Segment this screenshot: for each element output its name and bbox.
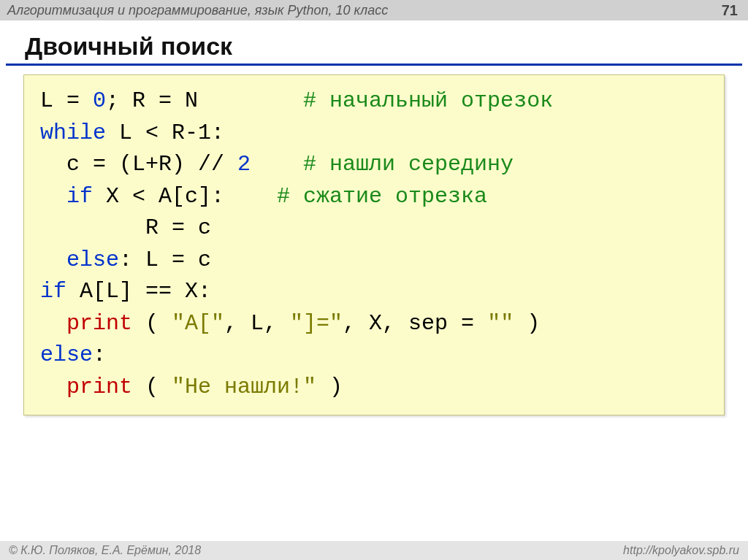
code-string: "Не нашли!" <box>172 375 316 399</box>
code-text: , L, <box>224 311 290 336</box>
code-text <box>40 375 66 399</box>
code-box: L = 0; R = N # начальный отрезок while L… <box>23 74 725 415</box>
code-string: "A[" <box>172 311 224 336</box>
code-comment: # начальный отрезок <box>303 88 553 113</box>
code-text: X < A[c]: <box>93 184 277 209</box>
code-comment: # сжатие отрезка <box>277 184 487 209</box>
code-text: c = (L+R) // <box>40 152 237 177</box>
code-text: A[L] == X: <box>66 279 211 304</box>
code-text: : L = c <box>119 248 211 272</box>
code-string: "]=" <box>290 311 343 336</box>
code-text <box>251 152 303 177</box>
code-text <box>40 248 66 272</box>
code-text: R = c <box>40 215 224 240</box>
header-title: Алгоритмизация и программирование, язык … <box>7 3 388 18</box>
slide-footer: © К.Ю. Поляков, Е.А. Ерёмин, 2018 http:/… <box>0 541 748 560</box>
code-keyword: while <box>40 120 106 145</box>
code-text: ) <box>316 375 343 399</box>
code-text <box>40 184 66 209</box>
slide-title: Двоичный поиск <box>0 20 748 64</box>
slide-header: Алгоритмизация и программирование, язык … <box>0 0 748 20</box>
code-text: ; R = N <box>106 88 303 113</box>
code-text: L = <box>40 88 93 113</box>
title-rule <box>6 64 742 66</box>
code-comment: # нашли середину <box>303 152 514 177</box>
code-keyword: if <box>40 279 66 304</box>
code-keyword: else <box>40 342 93 367</box>
code-number: 0 <box>93 88 106 113</box>
code-function: print <box>66 311 132 336</box>
code-keyword: else <box>66 248 119 272</box>
code-text: ( <box>132 311 172 336</box>
footer-copyright: © К.Ю. Поляков, Е.А. Ерёмин, 2018 <box>9 544 201 557</box>
code-string: "" <box>487 311 514 336</box>
code-text: , X, sep = <box>343 311 487 336</box>
code-text: ( <box>132 375 172 399</box>
code-text: ) <box>514 311 540 336</box>
page-number: 71 <box>722 2 738 19</box>
code-text: : <box>93 342 106 367</box>
code-number: 2 <box>237 152 251 177</box>
code-text <box>40 311 66 336</box>
code-text: L < R-1: <box>106 120 224 145</box>
code-function: print <box>66 375 132 399</box>
code-keyword: if <box>66 184 93 209</box>
footer-url: http://kpolyakov.spb.ru <box>623 544 739 557</box>
